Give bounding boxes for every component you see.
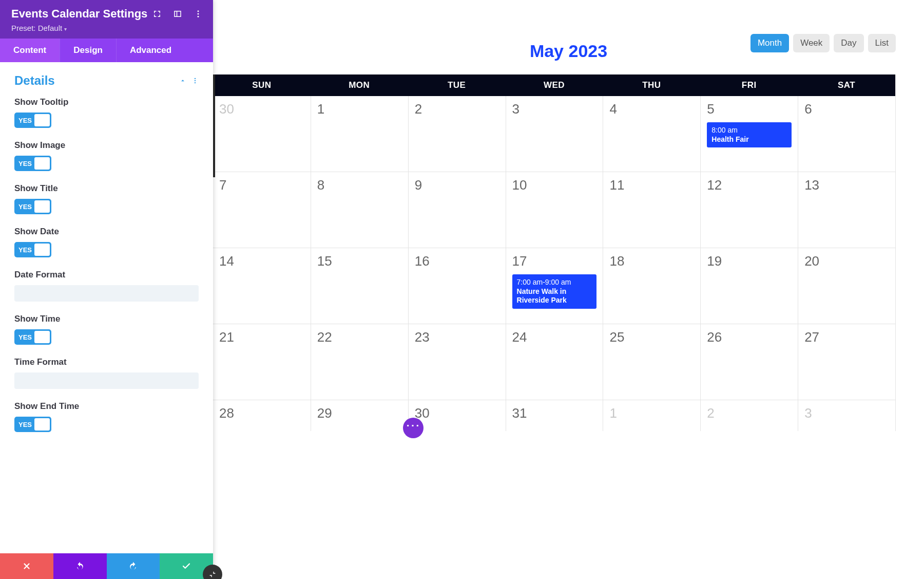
- module-actions-button[interactable]: ⋯: [403, 418, 424, 438]
- cell-date: 3: [804, 405, 889, 421]
- calendar-cell[interactable]: 25: [603, 324, 700, 400]
- calendar-week: 141516177:00 am-9:00 amNature Walk in Ri…: [213, 248, 895, 324]
- calendar-cell[interactable]: 29: [311, 400, 408, 431]
- calendar-cell[interactable]: 2: [408, 96, 506, 172]
- calendar-week: 78910111213: [213, 172, 895, 248]
- toggle-show-image[interactable]: YES: [14, 156, 51, 171]
- calendar-cell[interactable]: 15: [311, 248, 408, 324]
- calendar-cell[interactable]: 12: [700, 172, 798, 248]
- settings-panel: Events Calendar Settings Preset: Default…: [0, 0, 213, 579]
- view-day-button[interactable]: Day: [834, 34, 863, 52]
- calendar-cell[interactable]: 3: [798, 400, 895, 431]
- calendar-cell[interactable]: 14: [213, 248, 311, 324]
- chevron-up-icon[interactable]: [179, 77, 186, 84]
- event-time: 8:00 am: [711, 126, 787, 135]
- calendar-cell[interactable]: 23: [408, 324, 506, 400]
- panel-header: Events Calendar Settings Preset: Default: [0, 0, 213, 39]
- tab-design[interactable]: Design: [60, 39, 116, 62]
- cell-date: 24: [512, 329, 597, 345]
- calendar-day-header: SUNMONTUEWEDTHUFRISAT: [213, 74, 895, 96]
- calendar-cell[interactable]: 27: [798, 324, 895, 400]
- calendar-cell[interactable]: 177:00 am-9:00 amNature Walk in Riversid…: [506, 248, 603, 324]
- calendar-cell[interactable]: 1: [603, 400, 700, 431]
- calendar-week: 21222324252627: [213, 324, 895, 400]
- calendar-week: 30123458:00 amHealth Fair6: [213, 96, 895, 172]
- svg-point-1: [198, 13, 199, 15]
- calendar-cell[interactable]: 8: [311, 172, 408, 248]
- calendar-cell[interactable]: 58:00 amHealth Fair: [700, 96, 798, 172]
- columns-icon[interactable]: [173, 9, 182, 18]
- cell-date: 27: [804, 329, 889, 345]
- panel-body[interactable]: Details Show Tooltip YES Show Image YES …: [0, 62, 213, 553]
- calendar-cell[interactable]: 16: [408, 248, 506, 324]
- cell-date: 23: [415, 329, 499, 345]
- cell-date: 5: [707, 101, 792, 117]
- close-button[interactable]: [0, 553, 53, 579]
- view-month-button[interactable]: Month: [750, 34, 789, 52]
- more-vertical-icon[interactable]: [194, 9, 203, 18]
- view-list-button[interactable]: List: [868, 34, 896, 52]
- calendar-cell[interactable]: 31: [506, 400, 603, 431]
- calendar-cell[interactable]: 9: [408, 172, 506, 248]
- label-show-end-time: Show End Time: [14, 401, 199, 412]
- input-time-format[interactable]: [14, 372, 199, 389]
- cell-date: 2: [415, 101, 499, 117]
- tab-content[interactable]: Content: [0, 39, 60, 62]
- toggle-show-date[interactable]: YES: [14, 242, 51, 257]
- toggle-show-time[interactable]: YES: [14, 329, 51, 345]
- redo-button[interactable]: [107, 553, 160, 579]
- calendar-cell[interactable]: 21: [213, 324, 311, 400]
- preset-selector[interactable]: Preset: Default: [11, 24, 202, 32]
- tab-advanced[interactable]: Advanced: [116, 39, 185, 62]
- cell-date: 1: [609, 405, 694, 421]
- calendar-cell[interactable]: 19: [700, 248, 798, 324]
- calendar-event[interactable]: 8:00 amHealth Fair: [707, 122, 792, 147]
- calendar-cell[interactable]: 22: [311, 324, 408, 400]
- close-icon: [22, 562, 31, 571]
- calendar-cell[interactable]: 2: [700, 400, 798, 431]
- cell-date: 12: [707, 177, 792, 193]
- input-date-format[interactable]: [14, 285, 199, 302]
- undo-button[interactable]: [53, 553, 107, 579]
- cell-date: 19: [707, 253, 792, 269]
- calendar-title: May 2023: [530, 41, 607, 61]
- calendar-cell[interactable]: 7: [213, 172, 311, 248]
- calendar-cell[interactable]: 13: [798, 172, 895, 248]
- calendar-week: 28293031123: [213, 400, 895, 431]
- svg-point-4: [195, 80, 196, 81]
- calendar-cell[interactable]: 11: [603, 172, 700, 248]
- calendar-cell[interactable]: 30: [213, 96, 311, 172]
- cell-date: 20: [804, 253, 889, 269]
- calendar-cell[interactable]: 24: [506, 324, 603, 400]
- toggle-show-end-time[interactable]: YES: [14, 417, 51, 432]
- dayhead-cell: FRI: [700, 74, 798, 96]
- expand-panel-button[interactable]: [203, 565, 222, 579]
- check-icon: [182, 562, 191, 571]
- section-title[interactable]: Details: [14, 73, 199, 88]
- calendar-event[interactable]: 7:00 am-9:00 amNature Walk in Riverside …: [512, 274, 597, 309]
- calendar-cell[interactable]: 3: [506, 96, 603, 172]
- field-show-image: Show Image YES: [14, 140, 199, 171]
- cell-date: 31: [512, 405, 597, 421]
- calendar-cell[interactable]: 10: [506, 172, 603, 248]
- calendar-cell[interactable]: 28: [213, 400, 311, 431]
- calendar-cell[interactable]: 6: [798, 96, 895, 172]
- dayhead-cell: SUN: [213, 74, 311, 96]
- event-title: Health Fair: [711, 135, 787, 144]
- calendar-cell[interactable]: 18: [603, 248, 700, 324]
- cell-date: 21: [219, 329, 304, 345]
- toggle-show-tooltip[interactable]: YES: [14, 113, 51, 128]
- dayhead-cell: THU: [603, 74, 700, 96]
- responsive-icon[interactable]: [152, 9, 162, 18]
- calendar-cell[interactable]: 26: [700, 324, 798, 400]
- cell-date: 29: [317, 405, 402, 421]
- undo-icon: [75, 562, 85, 571]
- toggle-show-title[interactable]: YES: [14, 199, 51, 214]
- section-title-text: Details: [14, 73, 55, 88]
- calendar-cell[interactable]: 20: [798, 248, 895, 324]
- calendar: May 2023 Month Week Day List SUNMONTUEWE…: [213, 0, 924, 431]
- calendar-cell[interactable]: 1: [311, 96, 408, 172]
- view-week-button[interactable]: Week: [793, 34, 830, 52]
- section-more-icon[interactable]: [191, 77, 199, 84]
- calendar-cell[interactable]: 4: [603, 96, 700, 172]
